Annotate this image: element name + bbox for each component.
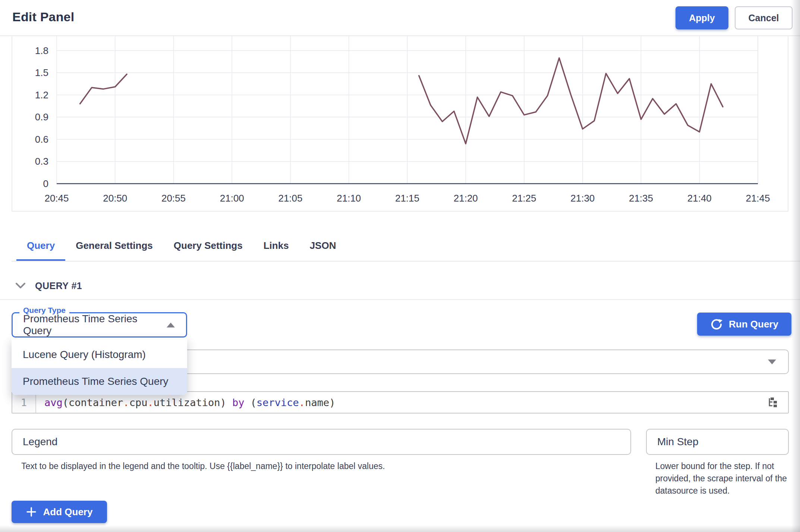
code-content: avg(container.cpu.utilization) by (servi… [36,392,768,413]
menu-option-lucene-query-histogram-[interactable]: Lucene Query (Histogram) [12,341,187,368]
chevron-down-icon [15,282,26,289]
tab-general-settings[interactable]: General Settings [65,232,163,262]
window-edge-shade-bottom [0,525,800,532]
edit-panel-screen: Edit Panel Apply Cancel 20:4520:5020:552… [0,0,800,532]
svg-text:0: 0 [43,178,48,189]
cancel-button-label: Cancel [749,13,779,23]
chevron-down-icon [768,360,776,364]
tabs-divider [12,261,800,262]
query-type-select[interactable]: Prometheus Time Series Query [12,312,187,338]
add-query-button[interactable]: Add Query [12,501,107,523]
cancel-button[interactable]: Cancel [735,6,793,29]
legend-helper-text: Text to be displayed in the legend and t… [21,460,580,472]
query-section-toggle[interactable]: QUERY #1 [15,276,82,295]
section-divider [0,299,800,300]
svg-text:21:00: 21:00 [220,193,244,204]
svg-text:20:45: 20:45 [44,193,69,204]
svg-text:20:50: 20:50 [103,193,127,204]
svg-text:1.2: 1.2 [35,89,48,101]
tab-query-settings[interactable]: Query Settings [163,232,253,262]
apply-button-label: Apply [689,13,715,23]
refresh-icon [710,318,723,330]
svg-text:21:40: 21:40 [687,193,712,204]
run-query-label: Run Query [729,319,778,330]
legend-input[interactable] [12,429,631,455]
page-header: Edit Panel Apply Cancel [0,0,800,36]
query-type-label: Query Type [19,306,69,315]
plus-icon [26,507,37,517]
page-title: Edit Panel [12,10,74,24]
tab-query[interactable]: Query [16,232,65,262]
tab-links[interactable]: Links [253,232,299,262]
run-query-button[interactable]: Run Query [697,313,791,336]
tab-json[interactable]: JSON [299,232,347,262]
line-number: 1 [12,392,36,413]
query-type-value: Prometheus Time Series Query [23,313,167,337]
svg-text:1.5: 1.5 [35,67,48,78]
svg-text:21:15: 21:15 [395,193,419,204]
apply-button[interactable]: Apply [675,6,728,29]
caret-up-icon [167,323,175,327]
svg-text:21:05: 21:05 [278,193,302,204]
svg-text:21:35: 21:35 [629,193,653,204]
svg-text:0.6: 0.6 [35,134,48,145]
svg-text:0.9: 0.9 [35,111,48,123]
tabs-row: QueryGeneral SettingsQuery SettingsLinks… [16,232,346,262]
svg-text:21:45: 21:45 [746,193,770,204]
metrics-browser-icon[interactable] [768,392,788,413]
svg-text:0.3: 0.3 [35,156,48,167]
svg-text:1.8: 1.8 [35,45,48,56]
svg-text:21:20: 21:20 [454,193,478,204]
timeseries-chart: 20:4520:5020:5521:0021:0521:1021:1521:20… [0,36,800,209]
query-section-title: QUERY #1 [35,281,82,291]
svg-text:20:55: 20:55 [161,193,186,204]
svg-text:21:10: 21:10 [337,193,361,204]
add-query-label: Add Query [43,506,93,518]
svg-text:21:30: 21:30 [570,193,595,204]
min-step-helper-text: Lower bound for the step. If not provide… [655,460,793,497]
svg-text:21:25: 21:25 [512,193,536,204]
query-type-menu: Lucene Query (Histogram)Prometheus Time … [12,338,187,395]
menu-option-prometheus-time-series-query[interactable]: Prometheus Time Series Query [12,368,187,395]
min-step-input[interactable] [646,429,789,455]
